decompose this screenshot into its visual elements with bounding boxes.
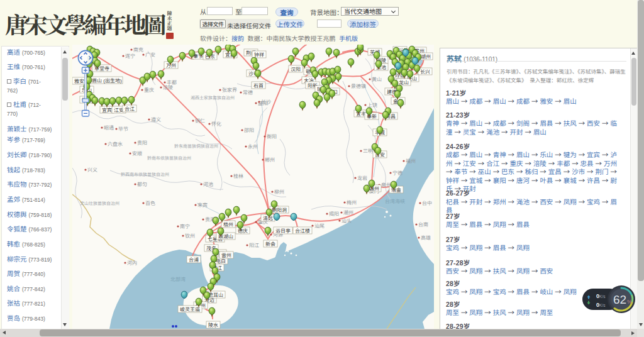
svg-text:黄山: 黄山: [372, 75, 382, 82]
svg-text:三明: 三明: [363, 147, 373, 154]
svg-text:长沙: 长沙: [261, 98, 271, 105]
svg-text:%: %: [627, 299, 632, 305]
svg-text:郴州: 郴州: [265, 156, 275, 163]
svg-text:桂林: 桂林: [233, 172, 243, 179]
svg-text:河池: 河池: [203, 180, 213, 187]
svg-text:张家界: 张家界: [222, 86, 237, 93]
svg-text:合浦: 合浦: [189, 256, 199, 263]
svg-text:高雄: 高雄: [421, 234, 431, 241]
svg-text:常德: 常德: [243, 89, 253, 96]
svg-text:石首: 石首: [253, 82, 264, 89]
svg-text:柳州: 柳州: [274, 188, 284, 195]
svg-text:梅州: 梅州: [347, 199, 357, 206]
svg-text:合江楼: 合江楼: [295, 227, 310, 234]
svg-text:上饶: 上饶: [367, 101, 377, 108]
svg-text:文山壮族苗族自治州: 文山壮族苗族自治州: [80, 200, 119, 206]
svg-text:雷州: 雷州: [221, 251, 231, 258]
svg-text:黔南布依族苗族自治州: 黔南布依族苗族自治州: [147, 155, 191, 161]
svg-text:都匀: 都匀: [137, 180, 147, 187]
svg-text:来宾: 来宾: [197, 201, 208, 208]
svg-text:合江: 合江: [125, 105, 135, 112]
svg-text:钦州: 钦州: [185, 232, 195, 239]
svg-text:梧州: 梧州: [223, 221, 233, 228]
svg-text:雅安: 雅安: [74, 77, 84, 84]
svg-text:安顺: 安顺: [132, 150, 142, 157]
svg-text:湖州: 湖州: [421, 53, 431, 60]
svg-text:六盘水: 六盘水: [108, 140, 123, 147]
svg-text:丰都: 丰都: [167, 79, 177, 86]
svg-text:北部湾: 北部湾: [170, 275, 186, 282]
svg-text:龙岩: 龙岩: [357, 174, 367, 181]
svg-text:宁德: 宁德: [392, 169, 402, 176]
svg-text:眉山 (出生地): 眉山 (出生地): [92, 77, 122, 84]
svg-text:怀化: 怀化: [211, 120, 221, 127]
svg-text:遂宁: 遂宁: [125, 52, 135, 59]
svg-text:钟祥: 钟祥: [254, 51, 264, 58]
svg-text:揭阳: 揭阳: [329, 210, 339, 217]
svg-text:南宁: 南宁: [180, 223, 190, 229]
svg-text:百色: 百色: [145, 199, 155, 206]
svg-text:福州: 福州: [406, 157, 416, 164]
svg-text:兴义: 兴义: [87, 166, 97, 173]
svg-text:0K/s: 0K/s: [596, 293, 606, 299]
svg-text:龙山: 龙山: [399, 79, 409, 86]
svg-text:遵义: 遵义: [151, 116, 161, 123]
svg-text:汉阳: 汉阳: [291, 65, 301, 72]
svg-text:衡阳: 衡阳: [267, 133, 277, 140]
svg-text:峻灵王庙: 峻灵王庙: [180, 306, 200, 312]
svg-text:毕节: 毕节: [118, 125, 128, 132]
svg-text:江安: 江安: [114, 106, 124, 113]
svg-text:黔西南布依族苗族自治州: 黔西南布依族苗族自治州: [121, 171, 169, 177]
svg-text:河内: 河内: [127, 259, 137, 266]
svg-text:长兴: 长兴: [420, 68, 430, 75]
svg-text:重庆: 重庆: [144, 86, 154, 93]
svg-text:湘西土家族苗族自治州: 湘西土家族苗族自治州: [191, 94, 235, 101]
svg-text:景德镇: 景德镇: [351, 82, 366, 89]
svg-text:贵阳: 贵阳: [137, 139, 147, 146]
svg-text:汕尾: 汕尾: [314, 222, 325, 229]
svg-text:62: 62: [613, 293, 626, 306]
svg-text:永州: 永州: [248, 143, 258, 150]
svg-text:浴日亭: 浴日亭: [275, 227, 291, 234]
svg-text:台湾海峡: 台湾海峡: [385, 197, 405, 204]
svg-text:新会: 新会: [265, 240, 275, 247]
svg-text:昭通: 昭通: [104, 124, 114, 131]
svg-text:汕头: 汕头: [341, 217, 352, 224]
svg-text:邵阳: 邵阳: [244, 126, 254, 133]
svg-text:潮州: 潮州: [343, 209, 353, 216]
svg-text:台南: 台南: [418, 221, 428, 228]
svg-text:阳江: 阳江: [249, 241, 259, 248]
svg-text:台中: 台中: [422, 199, 432, 206]
svg-text:陵水: 陵水: [208, 321, 218, 328]
svg-text:广安: 广安: [145, 51, 155, 58]
svg-text:0K/s: 0K/s: [596, 302, 606, 308]
svg-text:铜仁: 铜仁: [195, 117, 205, 124]
svg-text:黔东南苗族侗族自治州: 黔东南苗族侗族自治州: [174, 143, 218, 149]
